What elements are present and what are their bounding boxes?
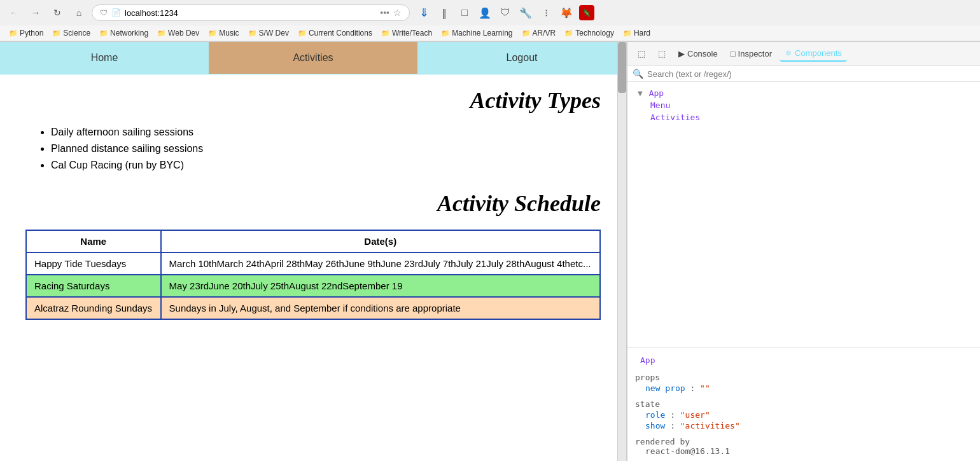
props-key-new: new prop: [645, 383, 685, 393]
search-icon: 🔍: [633, 69, 643, 79]
react-icon: ⚛: [785, 48, 792, 58]
home-button[interactable]: ⌂: [70, 4, 88, 22]
browser-toolbar-icons: ⇓ ‖ □ 👤 🛡 🔧 ⁝ 🦊 🦎: [416, 5, 594, 20]
props-app-label: App: [635, 353, 972, 368]
row-name: Happy Tide Tuesdays: [26, 252, 161, 275]
state-role-value: "user": [680, 410, 710, 420]
console-icon: ▶: [678, 49, 685, 59]
bookmark-music[interactable]: 📁 Music: [204, 27, 242, 39]
props-separator: :: [690, 383, 700, 393]
state-show-key: show: [645, 421, 665, 430]
state-label: state: [635, 399, 972, 409]
scrollbar-thumb[interactable]: [618, 42, 626, 93]
list-item: Daily afternoon sailing sessions: [51, 127, 601, 138]
folder-icon: 📁: [522, 29, 531, 38]
devtools-cursor-tool2[interactable]: ⬚: [653, 46, 671, 61]
props-label: props: [635, 373, 972, 382]
props-row: new prop : "": [635, 383, 972, 393]
browser-toolbar: ← → ↻ ⌂ 🛡 📄 ••• ☆ ⇓ ‖ □ 👤 🛡 🔧 ⁝ 🦊 🦎: [0, 0, 980, 25]
folder-icon: 📁: [564, 29, 573, 38]
web-content: Home Activities Logout Activity Types Da…: [0, 42, 627, 461]
devtools-panel: ⬚ ⬚ ▶ Console □ Inspector ⚛ Components 🔍: [627, 42, 980, 461]
cursor2-icon: ⬚: [658, 49, 666, 59]
table-header-name: Name: [26, 230, 161, 252]
reader-icon[interactable]: □: [457, 5, 472, 20]
table-row: Racing Saturdays May 23rdJune 20thJuly 2…: [26, 275, 600, 297]
props-section: props new prop : "": [635, 373, 972, 393]
folder-icon: 📁: [9, 29, 18, 38]
folder-icon: 📁: [623, 29, 632, 38]
shield-icon: 🛡: [100, 8, 108, 17]
state-role-key: role: [645, 410, 665, 420]
bookmark-star-icon[interactable]: ☆: [393, 8, 402, 18]
bookmark-ml[interactable]: 📁 Machine Learning: [437, 27, 516, 39]
folder-icon: 📁: [52, 29, 61, 38]
list-item: Planned distance sailing sessions: [51, 143, 601, 155]
state-show-value: "activities": [680, 421, 740, 430]
bookmark-write-teach[interactable]: 📁 Write/Teach: [377, 27, 436, 39]
devtools-tab-inspector[interactable]: □ Inspector: [725, 46, 777, 61]
row-dates: March 10thMarch 24thApril 28thMay 26thJu…: [161, 252, 600, 275]
table-row: Alcatraz Rounding Sundays Sundays in Jul…: [26, 297, 600, 319]
tree-item-activities[interactable]: Activities: [633, 111, 975, 123]
extension3-icon[interactable]: 🦎: [579, 5, 594, 20]
bookmark-networking[interactable]: 📁 Networking: [95, 27, 152, 39]
bookmark-current-conditions[interactable]: 📁 Current Conditions: [294, 27, 376, 39]
profile-icon[interactable]: 👤: [477, 5, 493, 20]
table-row: Happy Tide Tuesdays March 10thMarch 24th…: [26, 252, 600, 275]
devtools-search: 🔍: [627, 66, 980, 82]
nav-home[interactable]: Home: [0, 42, 209, 74]
bookmark-hard[interactable]: 📁 Hard: [619, 27, 654, 39]
devtools-cursor-tool[interactable]: ⬚: [633, 46, 650, 61]
main-layout: Home Activities Logout Activity Types Da…: [0, 42, 980, 461]
bookmark-arvr[interactable]: 📁 AR/VR: [518, 27, 560, 39]
scrollbar-track[interactable]: [617, 42, 626, 461]
devtools-props-area: App props new prop : "" state role : "us…: [627, 347, 980, 461]
table-header-dates: Date(s): [161, 230, 600, 252]
state-section: state role : "user" show : "activities": [635, 399, 972, 430]
devtools-search-input[interactable]: [647, 69, 975, 79]
devtools-tab-console[interactable]: ▶ Console: [673, 46, 723, 61]
security-icon[interactable]: 🛡: [498, 5, 513, 20]
row-dates: May 23rdJune 20thJuly 25thAugust 22ndSep…: [161, 275, 600, 297]
bookmark-webdev[interactable]: 📁 Web Dev: [153, 27, 203, 39]
folder-icon: 📁: [208, 29, 217, 38]
page-title: Activity Types: [25, 87, 601, 114]
folder-icon: 📁: [99, 29, 108, 38]
bookmark-technology[interactable]: 📁 Technology: [561, 27, 618, 39]
back-button[interactable]: ←: [5, 4, 23, 22]
folder-icon: 📁: [381, 29, 390, 38]
nav-logout[interactable]: Logout: [417, 42, 626, 74]
browser-chrome: ← → ↻ ⌂ 🛡 📄 ••• ☆ ⇓ ‖ □ 👤 🛡 🔧 ⁝ 🦊 🦎 📁 Py…: [0, 0, 980, 42]
library-icon[interactable]: ‖: [437, 5, 452, 20]
nav-activities[interactable]: Activities: [209, 42, 417, 74]
extension2-icon[interactable]: 🦊: [559, 5, 574, 20]
state-show-row: show : "activities": [635, 421, 972, 430]
devtools-tree: ▼ App Menu Activities: [627, 82, 980, 347]
tree-item-menu[interactable]: Menu: [633, 99, 975, 111]
devtools-tab-components[interactable]: ⚛ Components: [780, 46, 847, 62]
url-input[interactable]: [125, 8, 376, 18]
cursor-icon: ⬚: [638, 49, 645, 59]
folder-icon: 📁: [298, 29, 307, 38]
bookmark-science[interactable]: 📁 Science: [48, 27, 94, 39]
bookmark-python[interactable]: 📁 Python: [5, 27, 47, 39]
grid-icon[interactable]: ⁝: [538, 5, 554, 20]
bookmark-swdev[interactable]: 📁 S/W Dev: [244, 27, 293, 39]
nav-menu: Home Activities Logout: [0, 42, 626, 74]
folder-icon: 📁: [157, 29, 166, 38]
extension1-icon[interactable]: 🔧: [518, 5, 533, 20]
row-name: Alcatraz Rounding Sundays: [26, 297, 161, 319]
rendered-by: rendered by: [635, 437, 972, 446]
folder-icon: 📁: [248, 29, 257, 38]
bookmarks-bar: 📁 Python 📁 Science 📁 Networking 📁 Web De…: [0, 25, 980, 41]
tree-item-app[interactable]: ▼ App: [633, 87, 975, 99]
address-bar: 🛡 📄 ••• ☆: [92, 4, 410, 21]
refresh-button[interactable]: ↻: [48, 4, 66, 22]
folder-icon: 📁: [441, 29, 450, 38]
schedule-title: Activity Schedule: [25, 190, 601, 217]
download-icon[interactable]: ⇓: [416, 5, 431, 20]
rendered-by-value: react-dom@16.13.1: [635, 446, 972, 456]
forward-button[interactable]: →: [27, 4, 45, 22]
ellipsis-icon[interactable]: •••: [380, 8, 389, 18]
